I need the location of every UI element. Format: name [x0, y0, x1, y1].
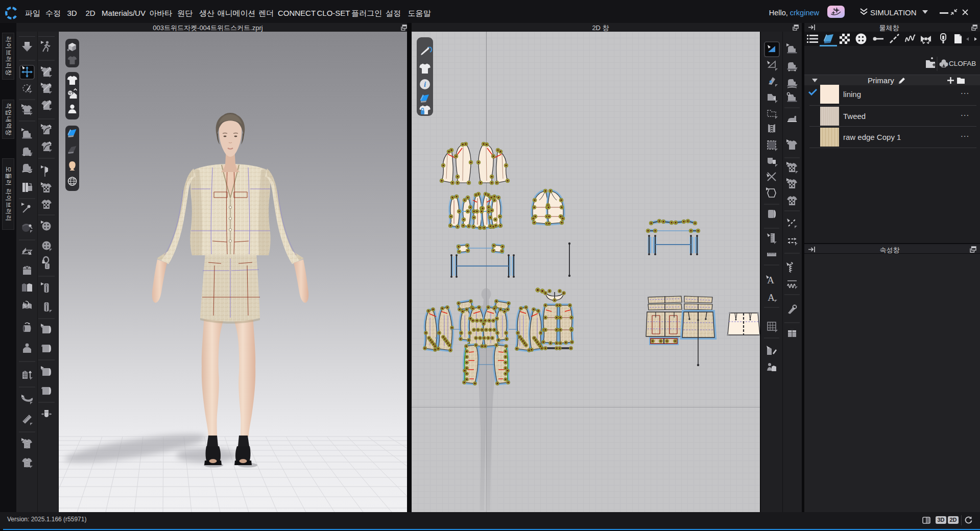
svg-text:CLOFAB: CLOFAB	[949, 60, 976, 67]
svg-text:A: A	[767, 275, 774, 285]
svg-text:A: A	[768, 292, 775, 303]
